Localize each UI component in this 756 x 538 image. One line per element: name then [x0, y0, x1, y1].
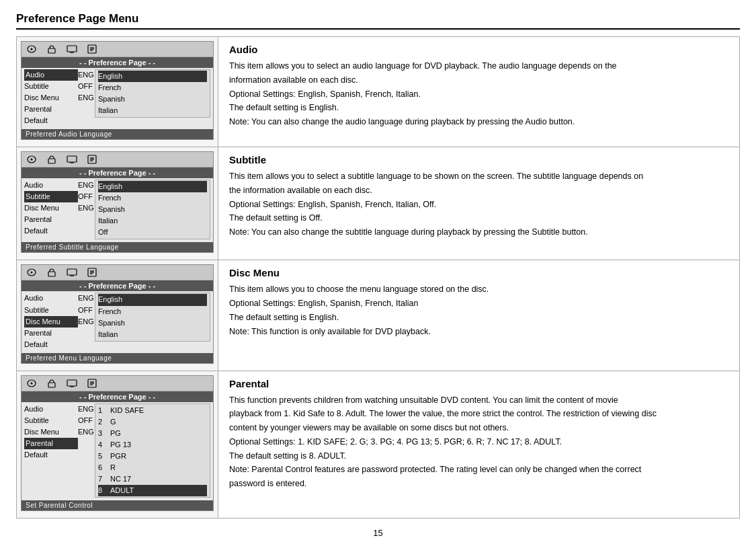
- parental-list: 1KID SAFE2G3PG4PG 135PGR6R7NC 178ADULT: [95, 404, 210, 498]
- lock-icon: [44, 44, 59, 54]
- menu-top-icons: [22, 42, 213, 57]
- section-text: Optional Settings: 1. KID SAFE; 2. G; 3.…: [229, 436, 728, 449]
- right-panel-subtitle: SubtitleThis item allows you to select a…: [218, 147, 739, 260]
- submenu-list: EnglishFrenchSpanishItalian: [95, 293, 210, 341]
- menu-row: SubtitleOFF: [24, 305, 95, 316]
- tv-icon: [65, 154, 79, 165]
- submenu-item[interactable]: Off: [98, 227, 207, 238]
- svg-rect-3: [67, 46, 77, 52]
- section-title: Subtitle: [229, 154, 728, 165]
- menu-row: Disc MenuENG: [24, 316, 95, 328]
- left-panel-discmenu: - - Preference Page - -AudioENGSubtitleO…: [17, 260, 218, 371]
- lock-icon: [44, 378, 59, 389]
- menu-footer-bar: Preferred Subtitle Language: [22, 242, 213, 252]
- menu-row: Default: [24, 225, 95, 237]
- submenu-item[interactable]: Italian: [98, 105, 207, 116]
- parental-item[interactable]: 2G: [98, 416, 207, 428]
- menu-row: Parental: [24, 214, 95, 225]
- menu-row: Default: [24, 339, 95, 350]
- menu-row: AudioENG: [24, 404, 95, 415]
- main-grid: - - Preference Page - -AudioENGSubtitleO…: [16, 36, 740, 518]
- section-title: Parental: [229, 378, 728, 389]
- menu-content: AudioENGSubtitleOFFDisc MenuENGParentalD…: [22, 402, 213, 499]
- menu-item-name: Subtitle: [24, 81, 78, 92]
- menu-item-name: Default: [24, 339, 78, 350]
- menu-header-bar: - - Preference Page - -: [22, 280, 213, 291]
- submenu-list: EnglishFrenchSpanishItalianOff: [95, 180, 210, 239]
- submenu-item[interactable]: Italian: [98, 329, 207, 340]
- menu-item-name: Audio: [24, 180, 78, 191]
- menu-row: Parental: [24, 328, 95, 339]
- submenu-item[interactable]: French: [98, 192, 207, 204]
- disc-icon: [24, 267, 39, 278]
- menu-footer-bar: Preferred Menu Language: [22, 353, 213, 363]
- svg-point-21: [31, 272, 33, 274]
- parental-item[interactable]: 6R: [98, 462, 207, 473]
- parental-item[interactable]: 1KID SAFE: [98, 405, 207, 416]
- note-icon: [85, 154, 99, 165]
- disc-icon: [24, 154, 39, 165]
- svg-point-11: [31, 159, 33, 161]
- submenu-item[interactable]: English: [98, 71, 207, 82]
- menu-content: AudioENGSubtitleOFFDisc MenuENGParentalD…: [22, 68, 213, 128]
- note-icon: [85, 44, 99, 54]
- section-text: content by younger viewers may be availa…: [229, 422, 728, 434]
- parental-item[interactable]: 8ADULT: [98, 485, 207, 496]
- menu-item-name: Parental: [24, 328, 78, 339]
- menu-item-name: Parental: [24, 214, 78, 225]
- submenu-item[interactable]: Spanish: [98, 204, 207, 215]
- menu-item-name: Subtitle: [24, 415, 78, 426]
- right-panel-discmenu: Disc MenuThis item allows you to choose …: [218, 260, 739, 371]
- submenu-item[interactable]: Spanish: [98, 317, 207, 329]
- submenu-item[interactable]: English: [98, 294, 207, 305]
- left-panel-subtitle: - - Preference Page - -AudioENGSubtitleO…: [17, 147, 218, 260]
- section-title: Audio: [229, 44, 728, 55]
- parental-item[interactable]: 4PG 13: [98, 439, 207, 451]
- menu-content: AudioENGSubtitleOFFDisc MenuENGParentalD…: [22, 178, 213, 241]
- menu-item-name: Audio: [24, 404, 78, 415]
- menu-item-name: Default: [24, 115, 78, 126]
- parental-item[interactable]: 5PGR: [98, 451, 207, 462]
- section-text: The default setting is English.: [229, 311, 728, 324]
- section-text: The default setting is Off.: [229, 212, 728, 225]
- note-icon: [85, 267, 99, 278]
- section-text: The default setting is English.: [229, 102, 728, 114]
- submenu-item[interactable]: French: [98, 306, 207, 317]
- menu-footer-bar: Preferred Audio Language: [22, 129, 213, 139]
- section-text: This item allows you to select an audio …: [229, 60, 728, 73]
- menu-row: SubtitleOFF: [24, 191, 95, 202]
- menu-item-name: Disc Menu: [24, 316, 78, 328]
- tv-icon: [65, 378, 79, 389]
- lock-icon: [44, 267, 59, 278]
- menu-row: SubtitleOFF: [24, 415, 95, 426]
- menu-top-icons: [22, 376, 213, 391]
- section-text: This item allows you to select a subtitl…: [229, 170, 728, 183]
- menu-row: AudioENG: [24, 293, 95, 304]
- parental-item[interactable]: 3PG: [98, 428, 207, 439]
- parental-item[interactable]: 7NC 17: [98, 473, 207, 485]
- svg-rect-23: [67, 269, 77, 275]
- menu-top-icons: [22, 152, 213, 167]
- submenu-item[interactable]: Spanish: [98, 93, 207, 105]
- section-text: information available on each disc.: [229, 74, 728, 87]
- menu-header-bar: - - Preference Page - -: [22, 391, 213, 402]
- submenu-item[interactable]: English: [98, 181, 207, 192]
- submenu-item[interactable]: French: [98, 82, 207, 93]
- section-text: password is entered.: [229, 477, 728, 490]
- menu-row: Disc MenuENG: [24, 426, 95, 438]
- menu-item-name: Disc Menu: [24, 202, 78, 214]
- svg-rect-12: [48, 159, 55, 163]
- menu-row: Parental: [24, 104, 95, 115]
- tv-icon: [65, 267, 79, 278]
- submenu-item[interactable]: Italian: [98, 215, 207, 227]
- menu-row: Parental: [24, 438, 95, 449]
- disc-icon: [24, 44, 39, 54]
- section-text: This function prevents children from wat…: [229, 394, 728, 407]
- menu-row: Disc MenuENG: [24, 202, 95, 214]
- section-text: playback from 1. Kid Safe to 8. Adult. T…: [229, 408, 728, 420]
- menu-top-icons: [22, 265, 213, 280]
- right-panel-parental: ParentalThis function prevents children …: [218, 371, 739, 518]
- page-number: 15: [16, 528, 740, 538]
- svg-rect-32: [48, 383, 55, 387]
- section-text: This item allows you to choose the menu …: [229, 283, 728, 296]
